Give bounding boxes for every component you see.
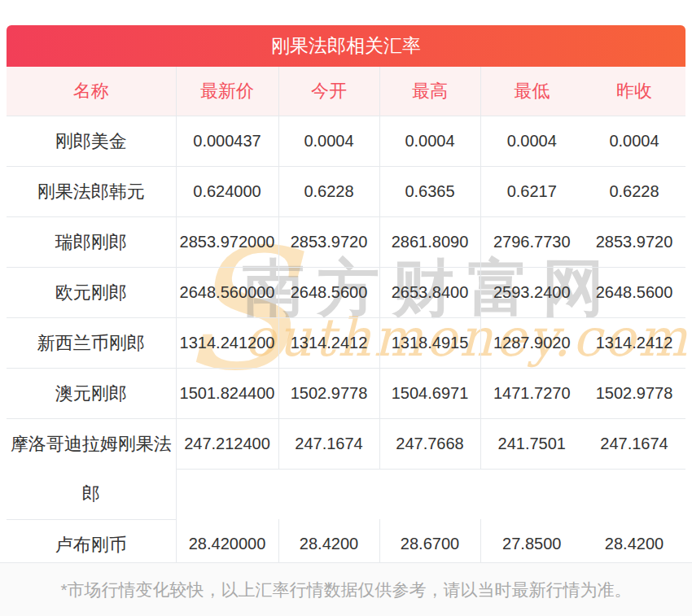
cell-high: 0.6365 <box>379 167 480 217</box>
cell-name: 瑞郎刚郎 <box>7 217 176 268</box>
cell-low: 0.0004 <box>480 116 583 167</box>
col-header-open: 今开 <box>278 67 379 116</box>
cell-name: 欧元刚郎 <box>7 268 176 318</box>
cell-low: 2593.2400 <box>480 268 583 318</box>
cell-open: 2853.9720 <box>278 217 379 268</box>
cell-prev-close: 1314.2412 <box>583 318 685 369</box>
cell-prev-close: 2648.5600 <box>583 268 685 318</box>
cell-prev-close: 2853.9720 <box>583 217 685 268</box>
cell-latest: 2648.560000 <box>176 268 278 318</box>
table-row: 澳元刚郎 1501.824400 1502.9778 1504.6971 147… <box>7 369 685 419</box>
cell-open: 247.1674 <box>278 419 379 470</box>
col-header-low: 最低 <box>480 67 583 116</box>
table-row: 瑞郎刚郎 2853.972000 2853.9720 2861.8090 279… <box>7 217 685 268</box>
table-row: 摩洛哥迪拉姆刚果法郎 247.212400 247.1674 247.7668 … <box>7 419 685 470</box>
cell-latest: 247.212400 <box>176 419 278 470</box>
col-header-name: 名称 <box>7 67 176 116</box>
cell-low: 1287.9020 <box>480 318 583 369</box>
page-title: 刚果法郎相关汇率 <box>271 33 421 59</box>
cell-prev-close: 0.6228 <box>583 167 685 217</box>
page: S 南方财富网 outhmoney.com 刚果法郎相关汇率 名称 最新价 今开… <box>0 0 692 616</box>
cell-prev-close: 0.0004 <box>583 116 685 167</box>
cell-low: 1471.7270 <box>480 369 583 419</box>
cell-high: 1504.6971 <box>379 369 480 419</box>
cell-latest: 1314.241200 <box>176 318 278 369</box>
cell-high: 2861.8090 <box>379 217 480 268</box>
cell-open: 1502.9778 <box>278 369 379 419</box>
col-header-latest: 最新价 <box>176 67 278 116</box>
cell-open: 0.6228 <box>278 167 379 217</box>
footer-disclaimer: *市场行情变化较快，以上汇率行情数据仅供参考，请以当时最新行情为准。 <box>0 562 692 616</box>
cell-open: 0.0004 <box>278 116 379 167</box>
cell-low: 0.6217 <box>480 167 583 217</box>
title-bar: 刚果法郎相关汇率 <box>7 25 685 67</box>
disclaimer-text: *市场行情变化较快，以上汇率行情数据仅供参考，请以当时最新行情为准。 <box>60 579 631 601</box>
cell-latest: 2853.972000 <box>176 217 278 268</box>
cell-high: 247.7668 <box>379 419 480 470</box>
cell-high: 2653.8400 <box>379 268 480 318</box>
cell-prev-close: 247.1674 <box>583 419 685 470</box>
table-row: 欧元刚郎 2648.560000 2648.5600 2653.8400 259… <box>7 268 685 318</box>
col-header-prev-close: 昨收 <box>583 67 685 116</box>
cell-open: 2648.5600 <box>278 268 379 318</box>
cell-name: 刚郎美金 <box>7 116 176 167</box>
cell-name: 刚果法郎韩元 <box>7 167 176 217</box>
cell-name: 摩洛哥迪拉姆刚果法郎 <box>7 419 176 520</box>
table-row: 刚郎美金 0.000437 0.0004 0.0004 0.0004 0.000… <box>7 116 685 167</box>
col-header-high: 最高 <box>379 67 480 116</box>
cell-name: 澳元刚郎 <box>7 369 176 419</box>
table-row: 新西兰币刚郎 1314.241200 1314.2412 1318.4915 1… <box>7 318 685 369</box>
cell-name: 新西兰币刚郎 <box>7 318 176 369</box>
cell-low: 2796.7730 <box>480 217 583 268</box>
cell-latest: 0.000437 <box>176 116 278 167</box>
cell-prev-close: 1502.9778 <box>583 369 685 419</box>
cell-latest: 0.624000 <box>176 167 278 217</box>
cell-low: 241.7501 <box>480 419 583 470</box>
cell-high: 1318.4915 <box>379 318 480 369</box>
header-row: 名称 最新价 今开 最高 最低 昨收 <box>7 67 685 116</box>
cell-high: 0.0004 <box>379 116 480 167</box>
empty-cell <box>176 470 685 520</box>
cell-open: 1314.2412 <box>278 318 379 369</box>
cell-latest: 1501.824400 <box>176 369 278 419</box>
rates-table: 名称 最新价 今开 最高 最低 昨收 刚郎美金 0.000437 0.0004 … <box>7 67 685 570</box>
table-row: 刚果法郎韩元 0.624000 0.6228 0.6365 0.6217 0.6… <box>7 167 685 217</box>
rates-panel: S 南方财富网 outhmoney.com 刚果法郎相关汇率 名称 最新价 今开… <box>7 25 685 570</box>
